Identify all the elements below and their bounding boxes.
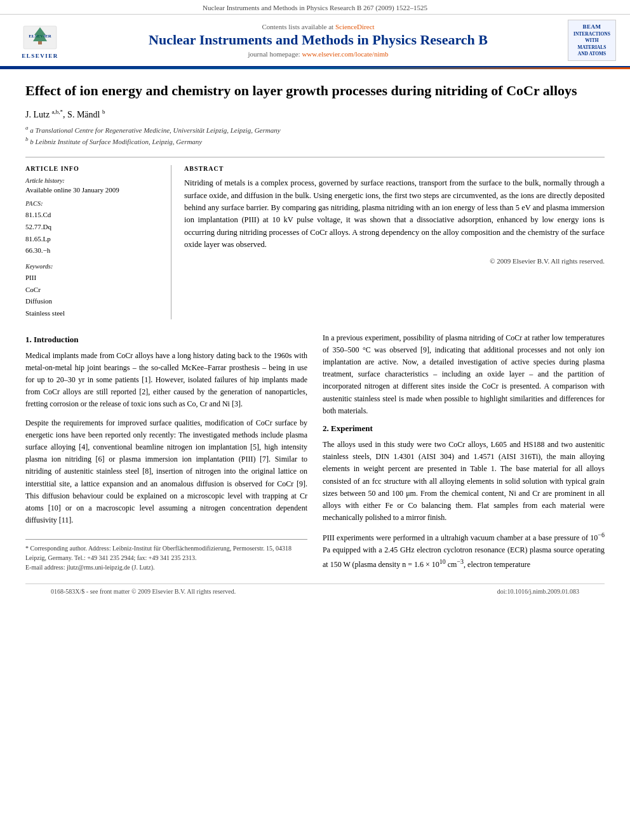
experiment-para-2: PIII experiments were performed in a ult… [323, 530, 605, 571]
header-center: Contents lists available at ScienceDirec… [69, 23, 568, 58]
elsevier-header: ELSEVIER ELSEVIER Contents lists availab… [0, 15, 630, 67]
exp-title: Experiment [331, 423, 373, 433]
badge-line-4: MATERIALS [570, 44, 613, 51]
abstract-col: ABSTRACT Nitriding of metals is a comple… [171, 165, 605, 319]
keywords-label: Keywords: [25, 263, 159, 270]
journal-homepage: journal homepage: www.elsevier.com/locat… [75, 50, 561, 58]
badge-box: BEAM INTERACTIONS WITH MATERIALS AND ATO… [568, 20, 616, 61]
header-badge: BEAM INTERACTIONS WITH MATERIALS AND ATO… [568, 20, 619, 61]
main-content: 1. Introduction Medical implants made fr… [25, 332, 605, 577]
authors: J. Lutz a,b,*, S. Mändl b [25, 109, 605, 120]
journal-title-header: Nuclear Instruments and Methods in Physi… [75, 32, 561, 48]
intro-number: 1. [25, 335, 32, 344]
abstract-label: ABSTRACT [184, 165, 605, 172]
badge-line-5: AND ATOMS [570, 51, 613, 58]
experiment-intro-para: In a previous experiment, possibility of… [323, 332, 605, 417]
keywords-list: PIII CoCr Diffusion Stainless steel [25, 272, 159, 319]
badge-line-2: INTERACTIONS [570, 31, 613, 38]
article-info-abstract: ARTICLE INFO Article history: Available … [25, 157, 605, 319]
footnote-email: E-mail address: jlutz@rms.uni-leipzig.de… [25, 563, 307, 572]
article-body: Effect of ion energy and chemistry on la… [0, 69, 630, 618]
experiment-heading: 2. Experiment [323, 423, 605, 434]
footer-right: doi:10.1016/j.nimb.2009.01.083 [497, 588, 579, 595]
history-label: Article history: [25, 177, 159, 184]
affiliations: a a Translational Centre for Regenerativ… [25, 124, 605, 147]
footer-left: 0168-583X/$ - see front matter © 2009 El… [51, 588, 236, 595]
badge-title: BEAM [570, 23, 613, 31]
main-col-left: 1. Introduction Medical implants made fr… [25, 332, 307, 577]
affiliation-a: a Translational Centre for Regenerative … [30, 126, 280, 134]
homepage-label: journal homepage: [248, 50, 300, 58]
pacs-list: 81.15.Cd 52.77.Dq 81.65.Lp 66.30.−h [25, 209, 159, 257]
abstract-text: Nitriding of metals is a complex process… [184, 177, 605, 251]
sciencedirect-link-text[interactable]: ScienceDirect [335, 23, 375, 30]
footer-bar: 0168-583X/$ - see front matter © 2009 El… [25, 583, 605, 599]
footnote-corresponding: * Corresponding author. Address: Leibniz… [25, 543, 307, 563]
elsevier-wordmark: ELSEVIER [22, 53, 58, 59]
badge-line-3: WITH [570, 37, 613, 44]
intro-para-2: Despite the requirements for improved su… [25, 417, 307, 527]
affiliation-b: b Leibniz Institute of Surface Modificat… [30, 138, 202, 145]
pacs-label: PACS: [25, 200, 159, 207]
sciencedirect-line: Contents lists available at ScienceDirec… [75, 23, 561, 30]
experiment-para-1: The alloys used in this study were two C… [323, 439, 605, 524]
top-bar-text: Nuclear Instruments and Methods in Physi… [203, 4, 427, 11]
journal-top-bar: Nuclear Instruments and Methods in Physi… [0, 0, 630, 15]
history-value: Available online 30 January 2009 [25, 186, 159, 194]
article-info-col: ARTICLE INFO Article history: Available … [25, 165, 171, 319]
article-title: Effect of ion energy and chemistry on la… [25, 82, 605, 100]
intro-para-1: Medical implants made from CoCr alloys h… [25, 350, 307, 411]
elsevier-logo-icon: ELSEVIER [20, 21, 60, 51]
article-info-label: ARTICLE INFO [25, 165, 159, 172]
homepage-url[interactable]: www.elsevier.com/locate/nimb [302, 50, 388, 58]
copyright-text: © 2009 Elsevier B.V. All rights reserved… [184, 257, 605, 265]
intro-title: Introduction [34, 335, 79, 344]
introduction-heading: 1. Introduction [25, 335, 307, 345]
footnotes: * Corresponding author. Address: Leibniz… [25, 539, 307, 572]
elsevier-logo-box: ELSEVIER ELSEVIER [11, 21, 69, 59]
main-col-right: In a previous experiment, possibility of… [323, 332, 605, 577]
svg-rect-3 [38, 41, 42, 44]
exp-number: 2. [323, 423, 329, 433]
sciencedirect-label: Contents lists available at [262, 23, 333, 30]
